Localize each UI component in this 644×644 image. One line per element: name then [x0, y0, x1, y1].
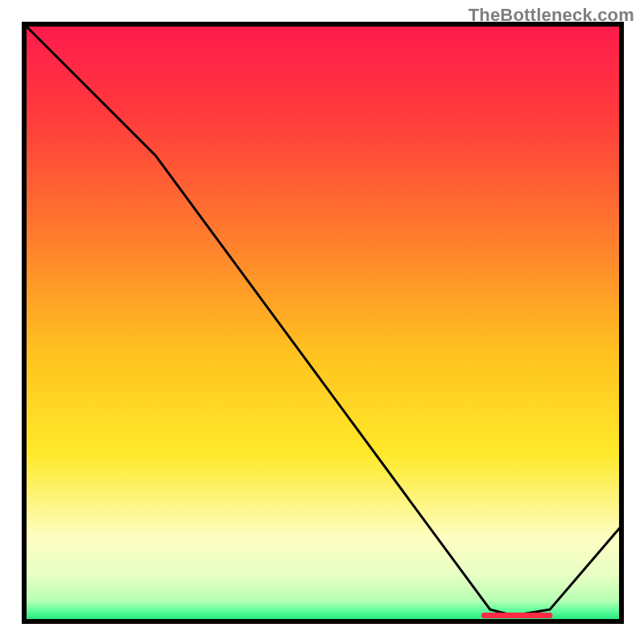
chart-stage: TheBottleneck.com	[0, 0, 644, 644]
chart-svg	[0, 0, 644, 644]
